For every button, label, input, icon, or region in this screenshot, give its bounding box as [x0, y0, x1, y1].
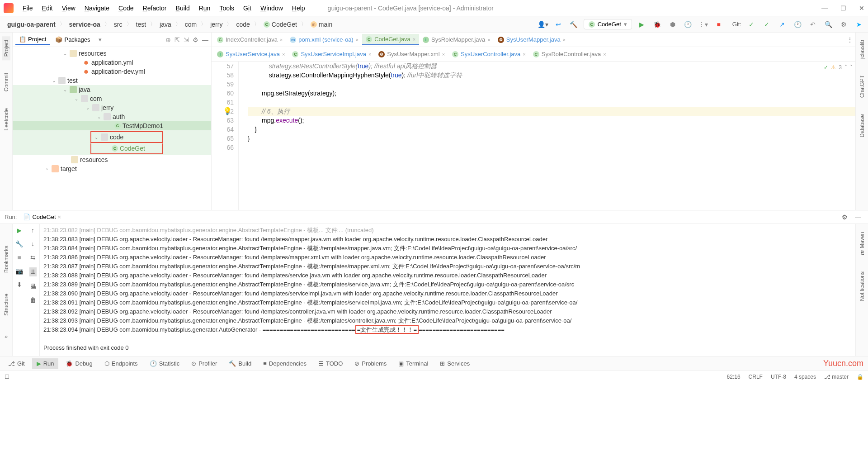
crumb-com[interactable]: com [181, 19, 200, 29]
status-crlf[interactable]: CRLF [749, 374, 763, 380]
run-hide-button[interactable]: — [853, 212, 863, 223]
menu-edit[interactable]: Edit [38, 3, 57, 14]
panel-settings-button[interactable]: ⚙ [193, 36, 198, 43]
run-button[interactable]: ▶ [637, 19, 647, 30]
tree-com[interactable]: com [90, 95, 102, 102]
tree-test[interactable]: test [67, 77, 78, 84]
menu-build[interactable]: Build [171, 3, 194, 14]
run-settings-button[interactable]: ⚙ [839, 212, 850, 223]
bottom-tab-run[interactable]: ▶ Run [32, 358, 59, 369]
bottom-tab-profiler[interactable]: ⊙ Profiler [187, 358, 222, 369]
git-push-button[interactable]: ↗ [777, 19, 788, 30]
crumb-method[interactable]: mmain [307, 19, 336, 29]
project-tab[interactable]: 📋 Project [15, 34, 50, 45]
locate-button[interactable]: ⊕ [165, 36, 171, 43]
git-commit-button[interactable]: ✓ [761, 19, 772, 30]
scroll-end-button[interactable]: ⇊ [29, 267, 37, 276]
tab-sysrolecontroller[interactable]: CSysRoleController.java× [529, 49, 610, 59]
crumb-class[interactable]: CCodeGet [260, 19, 301, 29]
tab-sysusermapper[interactable]: ⚙SysUserMapper.java× [494, 34, 569, 45]
run-camera-button[interactable]: 📷 [15, 267, 23, 275]
menu-code[interactable]: Code [114, 3, 138, 14]
scroll-up-button[interactable]: ↑ [31, 227, 34, 234]
crumb-module[interactable]: service-oa [66, 19, 104, 29]
tree-codeget[interactable]: CodeGet [120, 145, 145, 152]
menu-view[interactable]: View [57, 3, 80, 14]
back-button[interactable]: ↩ [553, 19, 564, 30]
menu-file[interactable]: File [18, 3, 38, 14]
bottom-tab-debug[interactable]: 🐞 Debug [61, 358, 97, 369]
tree-testmp[interactable]: TestMpDemo1 [123, 122, 163, 129]
run-tab-codeget[interactable]: 📄 CodeGet × [19, 212, 65, 222]
right-tab-chatgpt[interactable]: ChatGPT [858, 71, 866, 101]
tree-app-yml[interactable]: application.yml [91, 59, 133, 66]
crumb-code[interactable]: code [232, 19, 253, 29]
tab-sysuserserviceimpl[interactable]: CSysUserServiceImpl.java× [288, 49, 375, 59]
left-tab-leetcode[interactable]: Leetcode [2, 105, 10, 134]
rerun-button[interactable]: ▶ [17, 227, 22, 234]
bottom-tab-git[interactable]: ⎇ Git [4, 358, 29, 369]
maximize-button[interactable]: ☐ [840, 5, 846, 12]
crumb-test[interactable]: test [132, 19, 150, 29]
code-editor[interactable]: ✓ ⚠3 ˄ ˅ 57585960616263646566 💡 strategy… [212, 62, 855, 210]
status-pos[interactable]: 62:16 [727, 374, 741, 380]
bottom-tab-services[interactable]: ⊞ Services [435, 358, 474, 369]
gitmoji-button[interactable]: ➤ [854, 19, 864, 30]
menu-git[interactable]: Git [239, 3, 256, 14]
bottom-tab-problems[interactable]: ⊘ Problems [350, 358, 391, 369]
minimize-button[interactable]: — [821, 5, 828, 12]
profile-button[interactable]: 🕐 [683, 19, 693, 30]
left-tab-commit[interactable]: Commit [2, 69, 10, 95]
tab-indexcontroller[interactable]: CIndexController.java× [213, 34, 286, 45]
left-tab-project[interactable]: Project [2, 36, 10, 60]
expand-button[interactable]: ⇱ [175, 36, 180, 43]
build-button[interactable]: 🔨 [568, 19, 579, 30]
more-run-button[interactable]: ⋮▾ [698, 19, 709, 30]
tree-jerry[interactable]: jerry [101, 104, 113, 111]
soft-wrap-button[interactable]: ⇆ [30, 254, 36, 261]
bottom-tab-endpoints[interactable]: ⬡ Endpoints [100, 358, 142, 369]
tree-resources2[interactable]: resources [80, 156, 108, 163]
crumb-java[interactable]: java [156, 19, 175, 29]
tree-auth[interactable]: auth [113, 113, 125, 120]
console-output[interactable]: 21:38:23.082 [main] DEBUG com.baomidou.m… [40, 224, 855, 356]
menu-tools[interactable]: Tools [215, 3, 239, 14]
tree-code[interactable]: code [110, 133, 123, 141]
bottom-tab-build[interactable]: 🔨 Build [224, 358, 256, 369]
menu-navigate[interactable]: Navigate [80, 3, 114, 14]
tree-resources[interactable]: resources [79, 50, 106, 57]
status-enc[interactable]: UTF-8 [771, 374, 786, 380]
menu-window[interactable]: Window [256, 3, 288, 14]
panel-hide-button[interactable]: — [202, 36, 208, 43]
menu-run[interactable]: Run [194, 3, 215, 14]
tab-sysrolemapper[interactable]: ISysRoleMapper.java× [419, 34, 494, 45]
print-button[interactable]: 🖶 [30, 283, 36, 290]
settings-button[interactable]: ⚙ [838, 19, 849, 30]
user-icon[interactable]: 👤▾ [538, 19, 548, 30]
code-content[interactable]: 💡 strategy.setRestControllerStyle(true);… [239, 62, 855, 210]
scroll-down-button[interactable]: ↓ [31, 240, 34, 247]
run-config-selector[interactable]: CCodeGet▾ [584, 19, 632, 29]
close-button[interactable]: ✕ [859, 5, 864, 12]
tab-sysusermapperxml[interactable]: ⚙SysUserMapper.xml× [375, 49, 448, 59]
tab-sysusercontroller[interactable]: CSysUserController.java× [448, 49, 529, 59]
intention-bulb-icon[interactable]: 💡 [223, 107, 232, 115]
collapse-button[interactable]: ⇲ [184, 36, 189, 43]
packages-tab[interactable]: 📦 Packages [52, 35, 94, 44]
menu-help[interactable]: Help [288, 3, 310, 14]
run-exit-button[interactable]: ⬇ [17, 281, 22, 288]
left-tab-bookmarks[interactable]: Bookmarks [2, 242, 10, 276]
left-tab-structure[interactable]: Structure [2, 290, 10, 319]
crumb-jerry[interactable]: jerry [207, 19, 226, 29]
git-rollback-button[interactable]: ↶ [807, 19, 818, 30]
project-tree[interactable]: ⌄resources ⬢application.yml ⬢application… [13, 47, 211, 210]
tab-codeget[interactable]: CCodeGet.java× [362, 34, 419, 45]
bottom-tab-dependencies[interactable]: ≡ Dependencies [259, 358, 311, 369]
crumb-root[interactable]: guigu-oa-parent [4, 19, 59, 29]
more-left-button[interactable]: » [5, 333, 8, 340]
run-stop-button[interactable]: ■ [17, 254, 21, 261]
tab-sysuserservice[interactable]: ISysUserService.java× [213, 49, 288, 59]
tree-target[interactable]: target [61, 165, 77, 172]
status-indent[interactable]: 4 spaces [794, 374, 816, 380]
status-lock-icon[interactable]: 🔒 [857, 374, 863, 380]
